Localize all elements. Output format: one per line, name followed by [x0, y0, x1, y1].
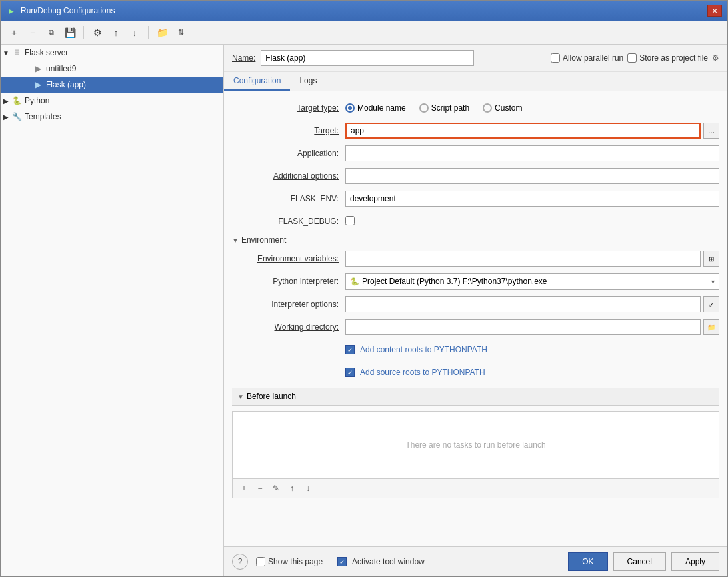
tab-configuration[interactable]: Configuration [224, 72, 290, 91]
add-button[interactable]: + [6, 25, 22, 41]
python-interpreter-python-icon: 🐍 [350, 277, 359, 286]
copy-button[interactable]: ⧉ [43, 25, 59, 41]
name-label: Name: [232, 53, 255, 63]
remove-button[interactable]: − [25, 25, 41, 41]
main-content: ▼ 🖥 Flask server ▶ untitled9 ▶ Flask (ap… [1, 45, 727, 576]
interpreter-options-expand-button[interactable]: ⤢ [703, 296, 719, 312]
activate-window-label[interactable]: ✓ Activate tool window [337, 557, 425, 566]
module-name-radio[interactable] [345, 103, 355, 113]
interpreter-options-label: Interpreter options: [232, 300, 345, 309]
tabs-row: Configuration Logs [224, 72, 727, 91]
custom-radio[interactable] [483, 103, 492, 113]
add-content-roots-checkbox[interactable]: ✓ [345, 345, 355, 354]
help-button[interactable]: ? [232, 554, 248, 570]
environment-arrow-icon[interactable]: ▼ [232, 237, 239, 244]
flask-server-label: Flask server [25, 48, 68, 57]
before-launch-up-button[interactable]: ↑ [285, 482, 299, 495]
store-project-checkbox[interactable] [627, 53, 637, 63]
target-input[interactable] [345, 123, 701, 139]
sidebar-item-templates[interactable]: ▶ 🔧 Templates [1, 109, 223, 125]
show-page-checkbox[interactable] [256, 557, 265, 566]
sidebar-item-flask-app[interactable]: ▶ Flask (app) [1, 77, 223, 93]
apply-button[interactable]: Apply [671, 552, 719, 571]
before-launch-arrow-icon[interactable]: ▼ [237, 393, 244, 400]
expand-python-icon: ▶ [1, 95, 11, 106]
store-project-gear-icon: ⚙ [712, 53, 719, 63]
interpreter-options-input[interactable] [345, 296, 701, 312]
bottom-row: ? Show this page ✓ Activate tool window … [224, 546, 727, 576]
working-directory-value-area: 📁 [345, 319, 719, 335]
target-type-label: Target type: [232, 103, 345, 113]
python-interpreter-dropdown[interactable]: 🐍 Project Default (Python 3.7) F:\Python… [345, 273, 719, 290]
ok-button[interactable]: OK [568, 552, 607, 571]
tab-logs[interactable]: Logs [290, 72, 326, 91]
activate-window-checkbox[interactable]: ✓ [337, 557, 347, 566]
env-vars-input[interactable] [345, 251, 701, 267]
show-page-text: Show this page [268, 557, 323, 566]
before-launch-add-button[interactable]: + [237, 482, 251, 495]
application-input[interactable] [345, 145, 719, 161]
allow-parallel-label[interactable]: Allow parallel run [551, 53, 623, 63]
sidebar-item-python[interactable]: ▶ 🐍 Python [1, 93, 223, 109]
flask-env-label: FLASK_ENV: [232, 194, 345, 203]
server-icon: 🖥 [11, 47, 22, 58]
target-type-row: Target type: Module name Script path [232, 99, 719, 117]
script-path-option[interactable]: Script path [419, 103, 469, 113]
python-label: Python [25, 96, 49, 105]
module-name-option[interactable]: Module name [345, 103, 406, 113]
add-source-roots-row: ✓ Add source roots to PYTHONPATH [345, 364, 719, 381]
save-button[interactable]: 💾 [62, 25, 78, 41]
target-value-area: ... [345, 123, 719, 139]
before-launch-down-button[interactable]: ↓ [301, 482, 315, 495]
before-launch-empty-text: There are no tasks to run before launch [405, 440, 545, 450]
script-path-radio[interactable] [419, 103, 429, 113]
up-button[interactable]: ↑ [108, 25, 124, 41]
flask-debug-value-area [345, 216, 719, 227]
working-directory-row: Working directory: 📁 [232, 318, 719, 336]
target-ellipsis-button[interactable]: ... [703, 123, 719, 139]
flask-app-icon: ▶ [33, 79, 43, 90]
folder-button[interactable]: 📁 [154, 25, 170, 41]
settings-button[interactable]: ⚙ [89, 25, 105, 41]
working-directory-input[interactable] [345, 319, 701, 335]
show-page-area: Show this page ✓ Activate tool window [248, 557, 568, 566]
expand-templates-icon: ▶ [1, 111, 11, 122]
application-row: Application: [232, 145, 719, 162]
additional-options-row: Additional options: [232, 167, 719, 185]
sort-button[interactable]: ⇅ [173, 25, 189, 41]
additional-options-input[interactable] [345, 168, 719, 184]
show-page-label[interactable]: Show this page [256, 557, 323, 566]
environment-section-title: Environment [241, 235, 286, 245]
before-launch-title: Before launch [247, 392, 296, 401]
templates-label: Templates [25, 112, 61, 121]
before-launch-remove-button[interactable]: − [253, 482, 267, 495]
custom-label: Custom [495, 103, 522, 113]
title-bar-label: Run/Debug Configurations [21, 6, 707, 15]
cancel-button[interactable]: Cancel [613, 552, 666, 571]
env-vars-label: Environment variables: [232, 254, 345, 263]
add-source-roots-label[interactable]: ✓ Add source roots to PYTHONPATH [345, 368, 485, 377]
down-button[interactable]: ↓ [127, 25, 143, 41]
chevron-down-icon: ▾ [711, 278, 715, 285]
sidebar-item-flask-server[interactable]: ▼ 🖥 Flask server [1, 45, 223, 61]
python-interpreter-value: Project Default (Python 3.7) F:\Python37… [362, 277, 547, 286]
add-content-roots-row: ✓ Add content roots to PYTHONPATH [345, 341, 719, 358]
before-launch-edit-button[interactable]: ✎ [269, 482, 283, 495]
name-input[interactable] [261, 50, 474, 66]
module-name-label: Module name [357, 103, 406, 113]
sidebar-item-untitled9[interactable]: ▶ untitled9 [1, 61, 223, 77]
flask-env-input[interactable] [345, 191, 719, 207]
target-type-value: Module name Script path Custom [345, 103, 719, 113]
allow-parallel-checkbox[interactable] [551, 53, 560, 63]
store-project-label[interactable]: Store as project file [627, 53, 708, 63]
custom-option[interactable]: Custom [483, 103, 522, 113]
working-directory-browse-button[interactable]: 📁 [703, 319, 719, 335]
title-bar-buttons: ✕ [707, 5, 722, 17]
add-content-roots-label[interactable]: ✓ Add content roots to PYTHONPATH [345, 345, 487, 354]
flask-debug-checkbox[interactable] [345, 216, 355, 225]
additional-options-label: Additional options: [232, 171, 345, 181]
close-button[interactable]: ✕ [707, 5, 722, 17]
expand-icon: ▼ [1, 47, 11, 58]
add-source-roots-checkbox[interactable]: ✓ [345, 368, 355, 377]
env-vars-expand-button[interactable]: ⊞ [703, 251, 719, 267]
